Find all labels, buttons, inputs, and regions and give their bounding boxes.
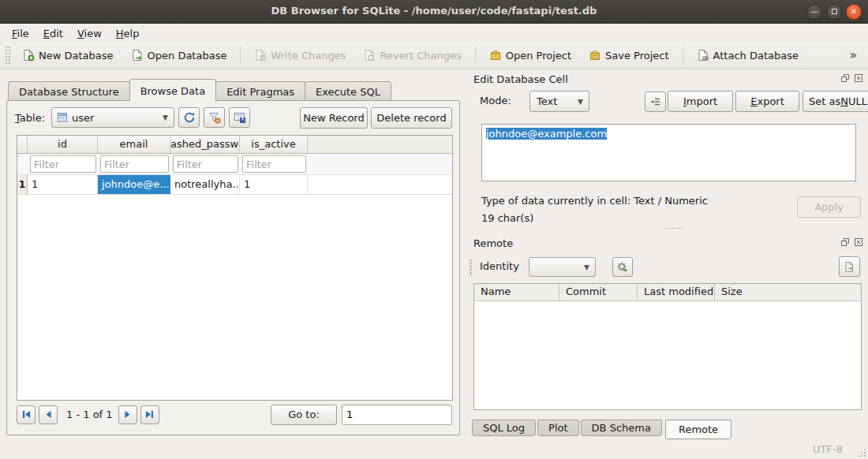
write-changes-button: Write Changes bbox=[248, 45, 352, 65]
goto-button[interactable]: Go to: bbox=[271, 405, 337, 425]
remote-column-commit[interactable]: Commit bbox=[559, 284, 638, 300]
open-database-button[interactable]: Open Database bbox=[125, 45, 234, 65]
data-grid: id email ashed_passwor is_active 1 1 bbox=[17, 135, 453, 401]
toolbar-drag-handle[interactable] bbox=[470, 259, 472, 276]
last-record-button[interactable] bbox=[140, 405, 159, 424]
grid-header-row: id email ashed_passwor is_active bbox=[17, 136, 452, 154]
tab-remote[interactable]: Remote bbox=[665, 420, 731, 439]
remote-column-last-modified[interactable]: Last modified bbox=[638, 284, 715, 300]
filter-input-id[interactable] bbox=[30, 155, 96, 173]
menu-help[interactable]: Help bbox=[109, 26, 147, 41]
dock-splitter-handle[interactable] bbox=[664, 227, 683, 230]
chevron-down-icon: ▼ bbox=[572, 98, 589, 106]
toolbar-drag-handle[interactable] bbox=[5, 46, 10, 65]
previous-record-button[interactable] bbox=[39, 405, 58, 424]
close-dock-icon[interactable] bbox=[853, 73, 864, 84]
edit-cell-dock-controls bbox=[840, 73, 864, 84]
identity-select[interactable]: ▼ bbox=[529, 257, 596, 277]
tab-plot[interactable]: Plot bbox=[537, 420, 579, 436]
toolbar-separator bbox=[683, 46, 683, 65]
tab-edit-pragmas[interactable]: Edit Pragmas bbox=[215, 81, 305, 101]
export-button[interactable]: Export bbox=[735, 91, 799, 112]
open-database-label: Open Database bbox=[148, 50, 227, 62]
maximize-button[interactable] bbox=[826, 4, 842, 20]
grid-corner[interactable] bbox=[17, 136, 28, 153]
refresh-button[interactable] bbox=[178, 107, 200, 128]
toolbar-overflow-button[interactable]: » bbox=[845, 47, 862, 64]
column-header-is-active[interactable]: is_active bbox=[240, 136, 308, 153]
resize-grip-icon[interactable] bbox=[857, 448, 866, 457]
cell-email-selected[interactable]: johndoe@e... bbox=[98, 175, 170, 194]
menu-view[interactable]: View bbox=[70, 26, 109, 41]
cell-hashed-password[interactable]: notreallyha... bbox=[170, 175, 240, 194]
new-database-button[interactable]: New Database bbox=[16, 45, 120, 65]
close-dock-icon[interactable] bbox=[853, 237, 864, 248]
cell-editor-selected-text: johndoe@example.com bbox=[486, 128, 607, 140]
remote-column-size[interactable]: Size bbox=[715, 284, 861, 300]
save-table-view-button[interactable] bbox=[229, 107, 250, 128]
tab-browse-data[interactable]: Browse Data bbox=[129, 79, 217, 101]
float-dock-icon[interactable] bbox=[840, 73, 851, 84]
window-controls: — ✕ bbox=[806, 4, 862, 20]
next-record-button[interactable] bbox=[118, 405, 137, 424]
edit-cell-mode-row: Mode: Text ▼ Import Export Set as NULL bbox=[480, 91, 862, 112]
table-select[interactable]: user ▼ bbox=[51, 107, 174, 128]
first-record-button[interactable] bbox=[17, 405, 36, 424]
chevron-down-icon: ▼ bbox=[578, 263, 595, 271]
cell-editor[interactable]: johndoe@example.com bbox=[481, 124, 856, 181]
title-bar[interactable]: DB Browser for SQLite - /home/user/code/… bbox=[0, 0, 868, 24]
column-header-filler bbox=[308, 136, 452, 153]
delete-record-button[interactable]: Delete record bbox=[371, 107, 452, 129]
filter-input-is-active[interactable] bbox=[242, 155, 306, 173]
column-header-hashed-password[interactable]: ashed_passwor bbox=[170, 136, 240, 153]
menu-edit[interactable]: Edit bbox=[36, 26, 70, 41]
save-table-icon bbox=[234, 111, 246, 124]
write-changes-icon bbox=[254, 49, 267, 62]
tab-db-schema[interactable]: DB Schema bbox=[581, 420, 662, 436]
set-as-null-button[interactable]: Set as NULL bbox=[803, 91, 868, 112]
new-record-button[interactable]: New Record bbox=[300, 107, 368, 129]
attach-database-button[interactable]: Attach Database bbox=[690, 45, 805, 65]
word-wrap-button[interactable] bbox=[645, 91, 666, 112]
last-record-icon bbox=[145, 410, 154, 419]
cell-id[interactable]: 1 bbox=[28, 175, 98, 194]
manage-identities-button[interactable] bbox=[612, 257, 633, 277]
mode-select[interactable]: Text ▼ bbox=[529, 91, 589, 112]
column-header-email[interactable]: email bbox=[98, 136, 170, 153]
goto-input[interactable] bbox=[342, 405, 452, 425]
next-record-icon bbox=[123, 410, 132, 419]
tab-database-structure[interactable]: Database Structure bbox=[8, 81, 130, 101]
import-button[interactable]: Import bbox=[668, 91, 733, 112]
minimize-button[interactable]: — bbox=[806, 4, 822, 20]
remote-column-name[interactable]: Name bbox=[474, 284, 559, 300]
save-project-button[interactable]: Save Project bbox=[582, 45, 675, 65]
tab-execute-sql[interactable]: Execute SQL bbox=[305, 81, 391, 101]
clone-database-button[interactable] bbox=[839, 256, 860, 277]
menu-file[interactable]: File bbox=[5, 26, 36, 41]
open-project-button[interactable]: Open Project bbox=[483, 45, 578, 65]
menu-bar: File Edit View Help bbox=[0, 24, 868, 42]
new-database-icon bbox=[22, 49, 35, 62]
revert-changes-label: Revert Changes bbox=[380, 50, 461, 62]
record-navigation: 1 - 1 of 1 Go to: bbox=[17, 404, 452, 425]
remote-dock-title: Remote bbox=[473, 237, 513, 249]
clear-filter-icon bbox=[208, 111, 221, 124]
toolbar-separator bbox=[240, 46, 241, 65]
float-dock-icon[interactable] bbox=[840, 237, 851, 248]
identity-label: Identity bbox=[480, 260, 519, 272]
previous-record-icon bbox=[44, 410, 53, 419]
clear-filters-button[interactable] bbox=[204, 107, 225, 128]
tab-sql-log[interactable]: SQL Log bbox=[472, 420, 536, 436]
row-header[interactable]: 1 bbox=[17, 175, 28, 194]
filter-input-email[interactable] bbox=[100, 155, 169, 173]
status-bar: UTF-8 bbox=[0, 442, 868, 459]
open-database-icon bbox=[131, 49, 144, 62]
bottom-dock-tabs: SQL Log Plot DB Schema Remote bbox=[472, 420, 733, 439]
maximize-icon bbox=[832, 9, 837, 14]
remote-files-table: Name Commit Last modified Size bbox=[473, 283, 862, 410]
toolbar-separator bbox=[475, 46, 476, 65]
column-header-id[interactable]: id bbox=[28, 136, 98, 153]
cell-is-active[interactable]: 1 bbox=[240, 175, 308, 194]
filter-input-hashed-password[interactable] bbox=[173, 155, 238, 173]
close-button[interactable]: ✕ bbox=[846, 4, 862, 20]
